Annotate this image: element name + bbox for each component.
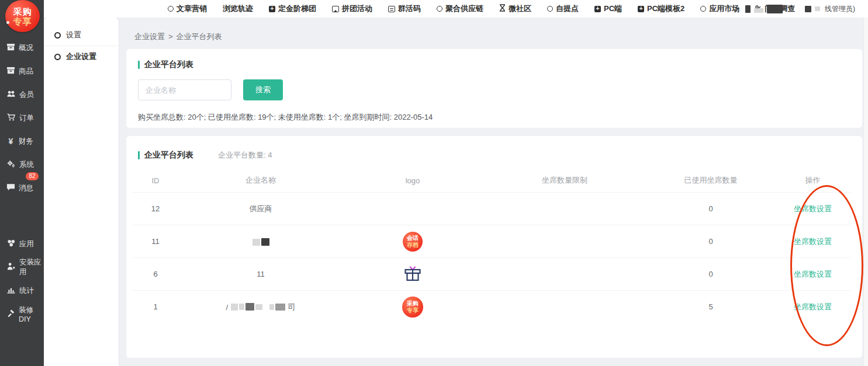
topnav-label: PC端 xyxy=(604,4,622,14)
main-sidebar: 概况 商品 会员 订单 ¥ 财务 系统 82 xyxy=(0,0,44,366)
apps-icon xyxy=(6,239,16,249)
cell-logo xyxy=(343,263,483,285)
topnav-label: 自提点 xyxy=(556,4,579,14)
topnav-item-group-buy-activity[interactable]: 拼团活动 xyxy=(332,4,372,14)
enterprise-name-input[interactable] xyxy=(138,79,231,100)
sidebar-item-finance[interactable]: ¥ 财务 xyxy=(0,130,44,153)
subsidebar-item-label: 设置 xyxy=(66,30,81,40)
cell-used-seats: 0 xyxy=(646,204,775,213)
seat-stats-line: 购买坐席总数: 20个; 已使用坐席数: 19个; 未使用坐席数: 1个; 坐席… xyxy=(138,112,850,123)
col-header-actions: 操作 xyxy=(775,175,850,186)
topnav-item-article-marketing[interactable]: 文章营销 xyxy=(168,4,207,14)
logo-text-line1: 采购 xyxy=(407,300,419,307)
section-title: 企业平台列表 xyxy=(144,150,193,161)
logo-text-line1: 会话 xyxy=(407,235,419,242)
gears-icon xyxy=(6,159,16,170)
topnav-item-deposit-ladder-group[interactable]: 定金阶梯团 xyxy=(269,4,316,14)
section-accent-bar xyxy=(138,61,140,69)
redacted-text xyxy=(253,239,260,246)
topnav-item-pc-site[interactable]: PC端 xyxy=(594,4,622,14)
circle-icon xyxy=(54,32,61,39)
image-icon xyxy=(332,6,339,12)
scrollbar[interactable] xyxy=(863,18,868,366)
sidebar-item-statistics[interactable]: 统计 xyxy=(0,279,44,302)
section-title: 企业平台列表 xyxy=(144,60,193,70)
sidebar-item-label: 概况 xyxy=(19,43,33,53)
users-icon xyxy=(6,89,16,100)
topnav-item-aggregate-supply-chain[interactable]: 聚合供应链 xyxy=(437,4,483,14)
redacted-text xyxy=(754,8,763,13)
enterprise-table: ID 企业名称 logo 坐席数量限制 已使用坐席数量 操作 12 供应商 0 … xyxy=(132,169,850,323)
circle-icon xyxy=(54,54,61,60)
cell-enterprise-name: 11 xyxy=(179,270,343,278)
seat-settings-link[interactable]: 坐席数设置 xyxy=(794,204,832,213)
sidebar-item-members[interactable]: 会员 xyxy=(0,83,44,106)
breadcrumb: 企业设置>企业平台列表 xyxy=(134,32,862,42)
search-button[interactable]: 搜索 xyxy=(243,79,283,100)
topnav-label: 应用市场 xyxy=(709,4,739,14)
sidebar-item-label: 消息 xyxy=(19,183,33,193)
sidebar-item-apps[interactable]: 应用 xyxy=(0,232,44,256)
user-account-area[interactable]: 线管理员) xyxy=(745,0,855,18)
sidebar-item-install-apps[interactable]: 安装应用 xyxy=(0,256,44,279)
col-header-enterprise-name: 企业名称 xyxy=(179,175,343,186)
cell-id: 11 xyxy=(132,237,179,246)
redacted-text xyxy=(745,5,751,13)
top-menu: 文章营销 浏览轨迹 定金阶梯团 拼团活动 群活码 聚合供应链 微社区 自提点 P… xyxy=(168,4,795,14)
redacted-spacer xyxy=(264,306,268,307)
yen-icon: ¥ xyxy=(6,137,15,146)
breadcrumb-part[interactable]: 企业设置 xyxy=(134,32,165,41)
square-plus-icon xyxy=(269,6,275,12)
sidebar-item-overview[interactable]: 概况 xyxy=(0,36,44,60)
cell-logo: 会话 存档 xyxy=(343,232,483,252)
caigou-zhuanxiang-logo: 采购 专享 xyxy=(402,297,423,318)
sidebar-item-label: 订单 xyxy=(19,113,34,123)
seat-settings-link[interactable]: 坐席数设置 xyxy=(794,237,832,246)
topnav-item-micro-community[interactable]: 微社区 xyxy=(499,4,531,14)
topnav-item-self-pickup[interactable]: 自提点 xyxy=(547,4,579,14)
redacted-spacer xyxy=(786,9,801,9)
qr-card-icon xyxy=(388,6,395,12)
settings-sidebar: 设置 企业设置 xyxy=(44,18,119,366)
circle-icon xyxy=(547,6,553,12)
cell-enterprise-name: / 司 xyxy=(179,302,343,312)
topnav-item-pc-template2[interactable]: PC端模板2 xyxy=(638,4,684,14)
app-logo-text-line1: 采购 xyxy=(13,6,32,16)
cell-used-seats: 0 xyxy=(646,270,775,278)
square-plus-icon xyxy=(594,6,601,12)
logo-highlight-dot xyxy=(6,21,9,24)
seat-settings-link[interactable]: 坐席数设置 xyxy=(794,270,832,278)
comment-icon xyxy=(6,183,15,193)
redacted-text xyxy=(805,6,811,12)
sidebar-item-label: 安装应用 xyxy=(19,257,44,277)
col-header-used-seats: 已使用坐席数量 xyxy=(646,175,775,186)
sidebar-item-label: 财务 xyxy=(19,137,33,147)
seat-settings-link[interactable]: 坐席数设置 xyxy=(794,302,832,311)
sidebar-item-label: 系统 xyxy=(19,160,34,170)
app-logo[interactable]: 采购 专享 xyxy=(5,0,40,32)
cell-id: 12 xyxy=(132,204,179,213)
cell-enterprise-name: 供应商 xyxy=(179,204,343,214)
subsidebar-item-enterprise-settings[interactable]: 企业设置 xyxy=(44,46,119,67)
cell-used-seats: 5 xyxy=(646,302,775,311)
cell-used-seats: 0 xyxy=(646,237,775,246)
table-header-row: ID 企业名称 logo 坐席数量限制 已使用坐席数量 操作 xyxy=(132,169,850,192)
hammer-icon xyxy=(6,309,15,319)
sidebar-item-label: 商品 xyxy=(19,67,33,76)
topnav-item-app-market[interactable]: 应用市场 xyxy=(700,4,739,14)
subsidebar-item-settings[interactable]: 设置 xyxy=(44,25,119,46)
hourglass-icon xyxy=(499,4,506,13)
topnav-label: 浏览轨迹 xyxy=(223,4,253,14)
redacted-text xyxy=(245,303,254,311)
topnav-item-group-qr-code[interactable]: 群活码 xyxy=(388,4,421,14)
sidebar-item-goods[interactable]: 商品 xyxy=(0,60,44,83)
cell-id: 6 xyxy=(132,270,179,278)
sidebar-spacer xyxy=(0,200,44,232)
sidebar-item-messages[interactable]: 82 消息 xyxy=(0,176,44,200)
topnav-item-browse-track[interactable]: 浏览轨迹 xyxy=(223,4,253,14)
redacted-text xyxy=(261,238,269,246)
page: 概况 商品 会员 订单 ¥ 财务 系统 82 xyxy=(0,0,868,366)
sidebar-item-decorate-diy[interactable]: 装修DIY xyxy=(0,302,44,326)
sidebar-item-orders[interactable]: 订单 xyxy=(0,106,44,130)
name-visible-suffix: 司 xyxy=(288,302,295,311)
